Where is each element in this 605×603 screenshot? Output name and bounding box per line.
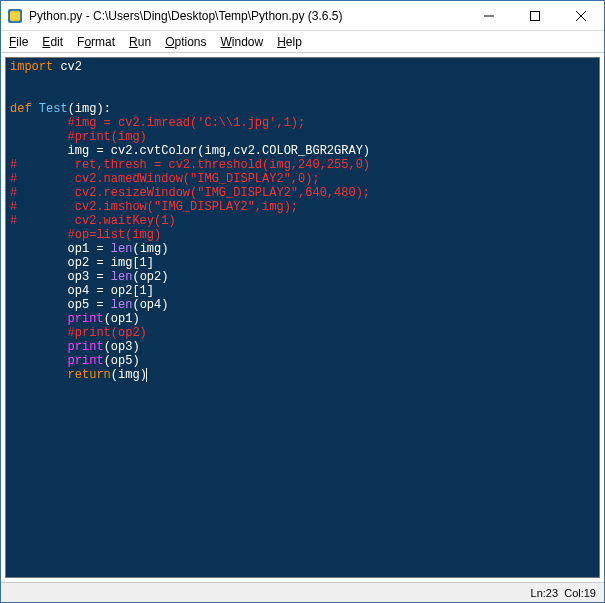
menu-options[interactable]: Options [165, 35, 206, 49]
status-col: 19 [584, 587, 596, 599]
menu-edit[interactable]: Edit [42, 35, 63, 49]
app-icon [5, 6, 25, 26]
status-col-label: Col: [564, 587, 584, 599]
status-ln-label: Ln: [531, 587, 546, 599]
menu-file[interactable]: File [9, 35, 28, 49]
menu-help[interactable]: Help [277, 35, 302, 49]
close-icon [576, 11, 586, 21]
titlebar: Python.py - C:\Users\Ding\Desktop\Temp\P… [1, 1, 604, 31]
window-controls [466, 1, 604, 30]
idle-window: Python.py - C:\Users\Ding\Desktop\Temp\P… [0, 0, 605, 603]
svg-rect-1 [10, 11, 20, 21]
minimize-button[interactable] [466, 1, 512, 30]
menubar: File Edit Format Run Options Window Help [1, 31, 604, 53]
editor-container: import cv2 def Test(img): #img = cv2.imr… [1, 53, 604, 582]
window-title: Python.py - C:\Users\Ding\Desktop\Temp\P… [29, 9, 466, 23]
code-editor[interactable]: import cv2 def Test(img): #img = cv2.imr… [5, 57, 600, 578]
menu-format[interactable]: Format [77, 35, 115, 49]
close-button[interactable] [558, 1, 604, 30]
maximize-icon [530, 11, 540, 21]
menu-window[interactable]: Window [221, 35, 264, 49]
statusbar: Ln: 23 Col: 19 [1, 582, 604, 602]
maximize-button[interactable] [512, 1, 558, 30]
menu-run[interactable]: Run [129, 35, 151, 49]
minimize-icon [484, 11, 494, 21]
svg-rect-3 [531, 11, 540, 20]
status-ln: 23 [546, 587, 558, 599]
